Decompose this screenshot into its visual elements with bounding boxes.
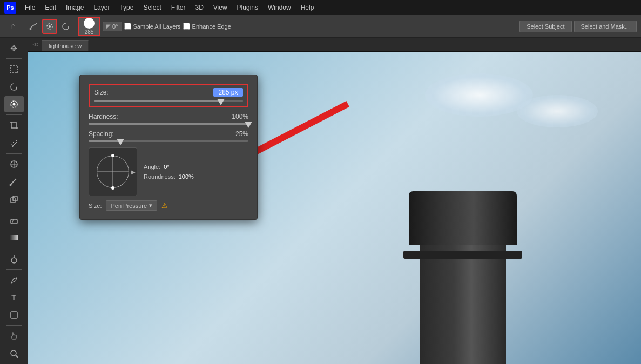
tab-bar: ≪ lighthouse w: [28, 38, 641, 52]
size-slider-track[interactable]: [94, 100, 243, 102]
spacing-label: Spacing:: [89, 130, 114, 138]
hardness-slider-track[interactable]: [89, 123, 248, 125]
crop-tool[interactable]: [4, 117, 24, 133]
toolbar-divider-4: [6, 210, 22, 210]
svg-line-20: [16, 355, 18, 358]
pen-tool[interactable]: [4, 272, 24, 288]
roundness-ar-label: Roundness:: [144, 173, 176, 180]
menu-bar: Ps File Edit Image Layer Type Select Fil…: [0, 0, 641, 15]
select-subject-button[interactable]: Select Subject: [519, 21, 571, 32]
menu-type[interactable]: Type: [115, 3, 138, 12]
enhance-edge-input[interactable]: [183, 23, 190, 30]
angle-roundness-section: Angle: 0° Roundness: 100%: [144, 147, 248, 196]
size-slider-thumb[interactable]: [217, 99, 225, 105]
angle-ar-label: Angle:: [144, 164, 160, 170]
dodge-tool[interactable]: [4, 251, 24, 267]
hand-tool[interactable]: [4, 328, 24, 344]
menu-file[interactable]: File: [21, 3, 39, 12]
size-slider-container[interactable]: [94, 100, 243, 102]
select-and-mask-button[interactable]: Select and Mask...: [574, 21, 637, 32]
type-tool[interactable]: T: [4, 289, 24, 306]
menu-select[interactable]: Select: [139, 3, 165, 12]
hardness-slider-fill: [89, 123, 248, 125]
options-bar: ⌂ 285 ◤ 0° Sample All Layers: [0, 15, 641, 38]
zoom-tool[interactable]: [4, 346, 24, 362]
menu-view[interactable]: View: [209, 3, 232, 12]
shape-tool[interactable]: [4, 307, 24, 323]
menu-layer[interactable]: Layer: [89, 3, 114, 12]
sample-all-layers-checkbox[interactable]: Sample All Layers: [124, 23, 181, 30]
brush-size-circle: [84, 18, 95, 29]
brush-preview-circle: [97, 156, 129, 188]
lasso-tool[interactable]: [4, 79, 24, 95]
lighthouse-railing: [403, 251, 522, 259]
eyedropper-tool[interactable]: [4, 134, 24, 151]
angle-field[interactable]: ◤ 0°: [103, 22, 122, 31]
eraser-tool[interactable]: [4, 212, 24, 228]
home-button[interactable]: ⌂: [4, 18, 22, 35]
size-value[interactable]: 285 px: [213, 88, 243, 97]
angle-ar-row: Angle: 0°: [144, 164, 248, 170]
size-section: Size: 285 px: [89, 84, 248, 107]
svg-rect-18: [11, 312, 17, 318]
brush-tool-btn[interactable]: [26, 19, 41, 34]
main-layout: ✥: [0, 38, 641, 364]
size-slider-fill: [94, 100, 221, 102]
hardness-slider-container[interactable]: [89, 123, 248, 125]
svg-point-19: [11, 350, 16, 356]
brush-tools-group: [26, 19, 73, 34]
spacing-value: 25%: [235, 130, 248, 138]
hardness-value: 100%: [232, 113, 248, 120]
lighthouse-body: [420, 229, 506, 364]
size-control-label: Size:: [89, 203, 102, 209]
hardness-label: Hardness:: [89, 113, 118, 120]
toolbar-divider-3: [6, 153, 22, 154]
angle-ar-value[interactable]: 0°: [164, 164, 185, 170]
menu-edit[interactable]: Edit: [41, 3, 60, 12]
svg-point-0: [30, 28, 32, 30]
sample-all-layers-input[interactable]: [124, 23, 131, 30]
spacing-slider-thumb[interactable]: [117, 139, 124, 145]
menu-image[interactable]: Image: [62, 3, 88, 12]
clone-stamp-tool[interactable]: [4, 191, 24, 207]
size-dropdown-arrow: ▾: [149, 202, 152, 209]
svg-line-14: [12, 219, 14, 224]
document-tab[interactable]: lighthouse w: [42, 40, 89, 51]
brush-size-button[interactable]: 285: [78, 17, 100, 36]
brush-tool[interactable]: [4, 173, 24, 190]
lasso-tool-btn[interactable]: [58, 19, 73, 34]
roundness-ar-value[interactable]: 100%: [179, 173, 200, 180]
quick-selection-btn[interactable]: [42, 19, 57, 34]
toolbar-divider-1: [6, 58, 22, 59]
menu-filter[interactable]: Filter: [167, 3, 190, 12]
menu-help[interactable]: Help: [296, 3, 319, 12]
brush-size-label: 285: [85, 29, 94, 35]
brush-preview-area: ▶ Angle: 0° Roundness: 100%: [89, 147, 248, 196]
svg-point-5: [12, 103, 15, 106]
preview-dot-top[interactable]: [111, 154, 114, 157]
move-tool[interactable]: ✥: [4, 40, 24, 56]
spacing-slider-track[interactable]: [89, 140, 248, 142]
hardness-slider-thumb[interactable]: [245, 122, 252, 128]
preview-dot-bottom[interactable]: [111, 186, 114, 190]
size-dropdown[interactable]: Pen Pressure ▾: [106, 200, 157, 211]
hardness-section: Hardness: 100%: [89, 113, 248, 125]
gradient-tool[interactable]: [4, 230, 24, 246]
quick-select-tool[interactable]: [4, 96, 24, 112]
menu-window[interactable]: Window: [264, 3, 295, 12]
spacing-row: Spacing: 25%: [89, 130, 248, 138]
spacing-section: Spacing: 25%: [89, 130, 248, 142]
marquee-tool[interactable]: [4, 61, 24, 77]
menu-3d[interactable]: 3D: [191, 3, 207, 12]
enhance-edge-checkbox[interactable]: Enhance Edge: [183, 23, 231, 30]
spacing-slider-container[interactable]: [89, 140, 248, 142]
healing-tool[interactable]: [4, 156, 24, 172]
angle-icon: ◤: [106, 23, 111, 29]
size-row: Size: 285 px: [94, 88, 243, 97]
toolbar-divider-5: [6, 248, 22, 248]
sample-all-layers-label: Sample All Layers: [133, 23, 181, 30]
brush-popup: Size: 285 px Hardness: 100%: [79, 75, 258, 220]
svg-point-2: [49, 25, 51, 28]
menu-plugins[interactable]: Plugins: [233, 3, 262, 12]
cloud-2: [517, 95, 598, 127]
